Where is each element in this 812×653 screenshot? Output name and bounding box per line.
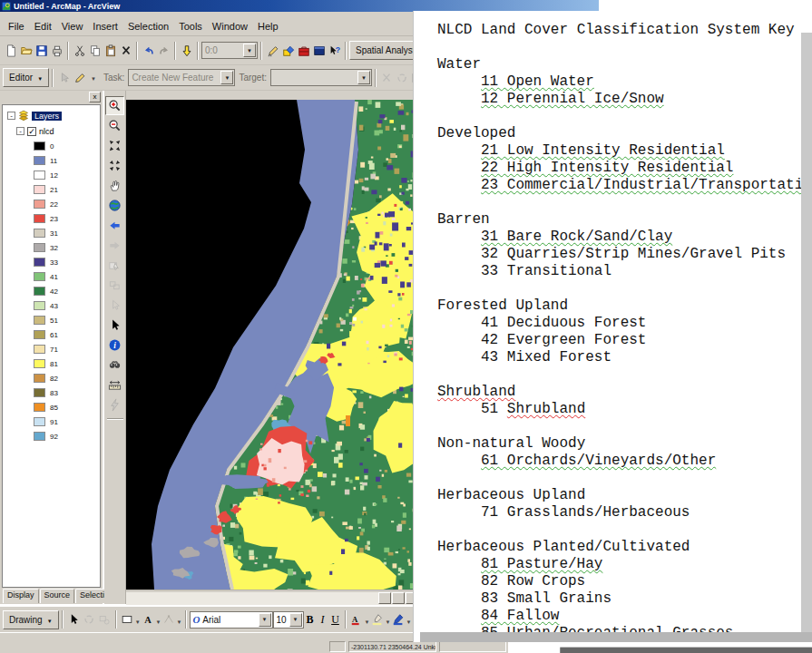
pencil-sketch-button[interactable] (265, 41, 280, 61)
undo-button[interactable] (141, 41, 156, 61)
layer-visibility-checkbox[interactable]: ✓ (27, 127, 36, 136)
target-combo[interactable]: ▼ (270, 69, 372, 86)
back-extent-button[interactable] (105, 216, 124, 235)
tab-display[interactable]: Display (3, 589, 39, 603)
pencil-dropdown[interactable]: ▼ (91, 73, 96, 83)
zoom-in-icon (108, 99, 122, 112)
legend-value-label: 23 (50, 215, 58, 223)
select-elements-button[interactable] (105, 316, 124, 335)
svg-text:A: A (352, 615, 358, 624)
edit-arrow-button[interactable] (56, 68, 72, 88)
pencil-sketch-icon (267, 44, 279, 57)
find-button[interactable] (105, 356, 124, 375)
pan-icon (108, 179, 122, 192)
zoom-to-selected-button[interactable] (97, 609, 113, 629)
rotate-tool-button[interactable] (395, 68, 410, 88)
menu-selection[interactable]: Selection (123, 20, 173, 33)
arc-toolbox-button[interactable] (296, 41, 311, 61)
legend-swatch (34, 359, 45, 368)
menu-tools[interactable]: Tools (174, 20, 207, 33)
open-folder-button[interactable] (18, 41, 34, 61)
delete-button[interactable] (118, 41, 133, 61)
redo-button[interactable] (156, 41, 171, 61)
document-vertical-scrollbar[interactable] (801, 33, 812, 633)
close-icon[interactable]: x (89, 92, 101, 102)
font-size-combo[interactable]: 10▼ (273, 611, 304, 629)
highlight-color-button[interactable] (369, 609, 385, 629)
grammar-flagged-text: 61 Orchards/Vineyards/Other (481, 453, 716, 469)
pan-button[interactable] (105, 176, 124, 195)
menu-window[interactable]: Window (208, 20, 252, 33)
line-color-button[interactable] (390, 609, 406, 629)
menu-help[interactable]: Help (253, 20, 283, 33)
scale-combo[interactable]: 0:0▼ (201, 42, 258, 59)
bold-button[interactable]: B (304, 610, 317, 629)
menu-insert[interactable]: Insert (88, 20, 122, 33)
hyperlink-button[interactable] (105, 395, 124, 414)
scale-combo-value: 0:0 (205, 45, 243, 55)
zoom-in-button[interactable] (105, 96, 124, 115)
font-color-button[interactable]: A (349, 609, 365, 629)
paste-button[interactable] (103, 41, 118, 61)
document-text: NLCD Land Cover Classification System Ke… (414, 11, 801, 633)
forward-extent-button[interactable] (105, 236, 124, 255)
legend-swatch (34, 200, 45, 209)
legend-item: 43 (3, 298, 100, 313)
font-combo[interactable]: O Arial▼ (190, 611, 273, 629)
full-extent-button[interactable] (105, 196, 124, 215)
grammar-flagged-text: 21 Low Intensity Residential (481, 142, 725, 159)
menu-file[interactable]: File (4, 20, 29, 33)
legend-item: 0 (3, 139, 100, 153)
collapse-icon[interactable]: - (7, 112, 15, 120)
chevron-down-icon[interactable]: ▼ (357, 71, 370, 84)
zoom-out-button[interactable] (105, 116, 124, 135)
pencil-tool-button[interactable] (72, 68, 87, 88)
save-button[interactable] (34, 41, 49, 61)
new-document-button[interactable] (3, 41, 18, 61)
print-button[interactable] (49, 41, 64, 61)
menu-view[interactable]: View (57, 20, 88, 33)
document-window[interactable]: NLCD Land Cover Classification System Ke… (413, 11, 812, 642)
clear-selection-button[interactable] (105, 276, 124, 295)
doc-section-heading: Herbaceous Upland (437, 487, 801, 504)
editor-menu[interactable]: Editor▼ (3, 68, 49, 87)
copy-button[interactable] (87, 41, 103, 61)
menu-edit[interactable]: Edit (30, 20, 56, 33)
underline-button[interactable]: U (329, 610, 342, 629)
select-elements-button[interactable] (66, 609, 82, 629)
command-window-button[interactable] (311, 41, 327, 61)
chevron-down-icon[interactable]: ▼ (243, 44, 256, 57)
italic-button[interactable]: I (317, 610, 329, 629)
legend-swatch (34, 229, 45, 238)
identify-button[interactable]: i (105, 336, 124, 355)
select-features-button[interactable] (105, 256, 124, 275)
add-data-button[interactable] (179, 41, 194, 61)
fixed-zoom-in-icon (108, 139, 122, 152)
select-graphics-button[interactable] (105, 296, 124, 315)
text-tool-button[interactable]: A (141, 609, 156, 629)
undo-icon (142, 44, 155, 57)
fixed-zoom-out-button[interactable] (105, 156, 124, 175)
rotate-element-button[interactable] (82, 609, 97, 629)
cut-button[interactable] (72, 41, 87, 61)
fixed-zoom-in-button[interactable] (105, 136, 124, 155)
edit-vertices-button[interactable] (161, 609, 177, 629)
split-tool-button[interactable] (379, 68, 395, 88)
document-bottom-scrollbar[interactable] (420, 632, 812, 642)
chevron-down-icon[interactable]: ▼ (220, 71, 233, 84)
tab-source[interactable]: Source (40, 589, 75, 603)
measure-button[interactable] (105, 375, 124, 395)
dropdown-arrow[interactable]: ▼ (177, 611, 182, 628)
chevron-down-icon[interactable]: ▼ (289, 613, 302, 627)
chevron-down-icon[interactable]: ▼ (259, 613, 271, 627)
arc-catalog-button[interactable] (280, 41, 296, 61)
drawing-menu[interactable]: Drawing▼ (3, 610, 59, 629)
task-combo[interactable]: Create New Feature▼ (128, 69, 235, 86)
whats-this-button[interactable]: ? (327, 41, 342, 61)
legend-value-label: 83 (50, 389, 58, 397)
doc-line: 12 Perennial Ice/Snow (437, 91, 801, 108)
rectangle-tool-button[interactable] (120, 609, 135, 629)
layer-item-nlcd[interactable]: -✓nlcd (3, 123, 100, 139)
layers-root-item[interactable]: -Layers (3, 108, 100, 123)
collapse-icon[interactable]: - (16, 127, 24, 135)
